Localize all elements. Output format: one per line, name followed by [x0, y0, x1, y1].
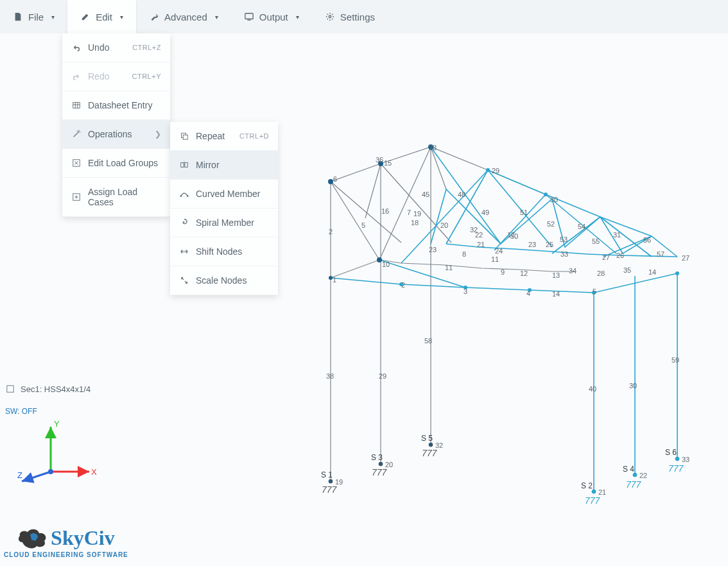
node-label: 48: [458, 191, 465, 198]
svg-point-70: [48, 469, 53, 474]
load-cases-item[interactable]: Assign Load Cases: [62, 178, 170, 217]
support-1-label: S 1: [321, 470, 333, 479]
node-label: 5: [361, 221, 365, 229]
node-label: 1: [333, 276, 336, 284]
repeat-item[interactable]: Repeat CTRL+D: [170, 122, 278, 151]
svg-line-38: [623, 255, 677, 257]
node-label: 45: [422, 191, 429, 198]
scale-label: Scale Nodes: [196, 275, 247, 286]
menu-advanced-label: Advanced: [164, 12, 207, 22]
menu-advanced[interactable]: Advanced ▾: [136, 0, 231, 33]
svg-point-51: [675, 271, 679, 275]
curved-item[interactable]: Curved Member: [170, 180, 278, 209]
datasheet-item[interactable]: Datasheet Entry: [62, 91, 170, 120]
chevron-right-icon: ❯: [155, 130, 161, 139]
svg-point-1: [329, 15, 331, 18]
node-label: 21: [477, 241, 485, 248]
svg-line-14: [381, 164, 451, 243]
scale-icon: [179, 275, 189, 286]
node-label: 27: [682, 254, 689, 262]
node-label: 23: [429, 246, 437, 253]
load-groups-label: Edit Load Groups: [88, 158, 158, 168]
redo-label: Redo: [88, 71, 109, 81]
svg-point-53: [544, 193, 548, 196]
menu-file[interactable]: File ▾: [0, 0, 67, 33]
svg-point-59: [675, 457, 679, 461]
node-label: 2: [401, 281, 405, 289]
menu-edit[interactable]: Edit ▾: [67, 0, 136, 33]
node-label: 20: [440, 221, 448, 229]
node-label: 3: [464, 287, 467, 295]
operations-item[interactable]: Operations ❯: [62, 120, 170, 149]
svg-text:777: 777: [372, 467, 388, 477]
file-icon: [13, 12, 23, 22]
menu-settings[interactable]: Settings: [312, 0, 388, 33]
svg-line-16: [431, 147, 446, 189]
node-label: 29: [492, 167, 499, 175]
node-label: 5: [593, 287, 596, 295]
svg-rect-7: [181, 163, 184, 167]
svg-point-55: [379, 462, 383, 466]
svg-line-35: [514, 249, 552, 252]
node-label: 33: [560, 250, 568, 258]
node-label: 30: [629, 382, 637, 390]
node-label: 2: [329, 228, 333, 236]
node-label: 8: [462, 250, 466, 258]
caret-icon: ▾: [296, 13, 299, 21]
node-label: 11: [491, 255, 499, 263]
svg-point-10: [187, 195, 189, 197]
caret-icon: ▾: [120, 13, 123, 21]
brand-name: SkyCiv: [51, 526, 115, 550]
node-label: 40: [589, 385, 596, 393]
undo-item[interactable]: Undo CTRL+Z: [62, 33, 170, 62]
node-21-label: 21: [598, 488, 606, 496]
node-20-label: 20: [385, 461, 393, 468]
menu-output[interactable]: Output ▾: [231, 0, 312, 33]
svg-rect-0: [245, 13, 253, 19]
undo-icon: [71, 42, 82, 53]
node-label: 19: [413, 210, 421, 218]
menu-output-label: Output: [259, 12, 288, 22]
axis-gizmo[interactable]: Y X Z: [15, 417, 99, 490]
operations-label: Operations: [88, 129, 132, 139]
shift-item[interactable]: Shift Nodes: [170, 237, 278, 266]
load-groups-item[interactable]: Edit Load Groups: [62, 149, 170, 178]
spiral-item[interactable]: Spiral Member: [170, 209, 278, 237]
structural-model-viewport[interactable]: 777777777 777777777 S 1 S 3 S 5 S 2 S 4 …: [295, 141, 706, 516]
node-label: 54: [578, 223, 585, 230]
node-label: 57: [657, 250, 664, 258]
grid-icon: [71, 100, 82, 110]
node-33-label: 33: [682, 456, 689, 463]
pencil-icon: [80, 12, 91, 22]
svg-line-33: [446, 244, 478, 247]
curved-label: Curved Member: [196, 189, 260, 199]
node-label: 59: [672, 356, 679, 364]
scale-item[interactable]: Scale Nodes: [170, 266, 278, 295]
svg-point-52: [486, 168, 490, 172]
wrench-icon: [149, 12, 159, 22]
section-text: Sec1: HSS4x4x1/4: [21, 384, 91, 394]
node-label: 26: [616, 252, 624, 259]
brand-tagline: CLOUD ENGINEERING SOFTWARE: [4, 551, 128, 558]
undo-shortcut: CTRL+Z: [132, 44, 161, 51]
curve-icon: [179, 189, 189, 199]
menu-edit-label: Edit: [96, 12, 112, 22]
node-label: 58: [424, 337, 432, 345]
section-icon: [5, 384, 15, 394]
node-label: 9: [501, 268, 505, 276]
node-label: 53: [560, 236, 568, 243]
arrows-icon: [179, 246, 189, 257]
operations-submenu: Repeat CTRL+D Mirror Curved Member Spira…: [170, 122, 278, 295]
edit-list-icon: [71, 158, 82, 168]
node-32-label: 32: [435, 442, 443, 449]
mirror-item[interactable]: Mirror: [170, 151, 278, 180]
svg-line-13: [365, 164, 381, 218]
node-label: 52: [547, 220, 555, 228]
repeat-shortcut: CTRL+D: [239, 132, 269, 140]
redo-item[interactable]: Redo CTRL+Y: [62, 62, 170, 91]
mirror-icon: [179, 160, 189, 170]
menu-file-label: File: [28, 12, 44, 22]
node-label: 10: [382, 261, 390, 268]
node-label: 24: [495, 247, 503, 255]
svg-text:777: 777: [585, 495, 601, 506]
